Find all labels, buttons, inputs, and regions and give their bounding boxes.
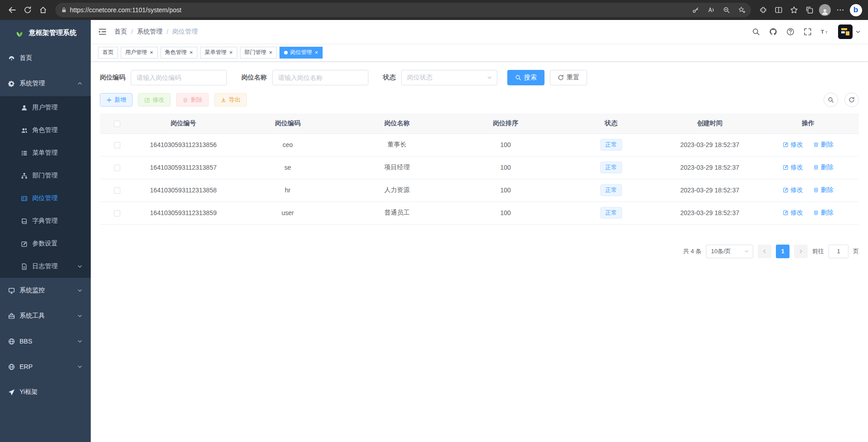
select-all-checkbox[interactable] (114, 121, 120, 127)
row-delete-button[interactable]: 删除 (813, 141, 834, 149)
sidebar-item-bbs[interactable]: BBS (0, 329, 91, 354)
row-checkbox[interactable] (114, 165, 120, 171)
delete-button[interactable]: 删除 (176, 93, 209, 107)
row-edit-button[interactable]: 修改 (783, 209, 803, 217)
sidebar-item-erp[interactable]: ERP (0, 354, 91, 379)
row-checkbox[interactable] (114, 142, 120, 148)
tab-departments[interactable]: 部门管理× (240, 47, 277, 59)
zoom-out-icon[interactable] (720, 4, 733, 16)
font-size-icon[interactable]: TT (816, 20, 834, 44)
row-delete-button[interactable]: 删除 (813, 163, 834, 172)
sidebar-item-logs[interactable]: 日志管理 (0, 255, 91, 278)
github-icon[interactable] (765, 20, 782, 44)
sidebar-item-departments[interactable]: 部门管理 (0, 164, 91, 187)
prev-page-button[interactable] (758, 245, 771, 258)
refresh-icon[interactable] (20, 2, 35, 18)
reset-icon (558, 74, 564, 81)
tab-menus[interactable]: 菜单管理× (200, 47, 237, 59)
close-icon[interactable]: × (269, 49, 273, 55)
user-avatar (838, 25, 853, 39)
address-bar[interactable]: https://ccnetcore.com:1101/system/post (55, 3, 751, 17)
read-aloud-icon[interactable] (705, 4, 717, 16)
close-icon[interactable]: × (229, 49, 233, 55)
paper-plane-icon (8, 389, 15, 396)
sidebar-toggle-icon[interactable] (91, 20, 114, 44)
page-unit-label: 页 (853, 247, 859, 255)
reset-button[interactable]: 重置 (550, 70, 587, 85)
back-icon[interactable] (5, 2, 20, 18)
tab-label: 首页 (103, 49, 113, 56)
search-button[interactable]: 搜索 (507, 70, 544, 85)
extensions-icon[interactable] (755, 2, 771, 18)
sidebar-item-tools[interactable]: 系统工具 (0, 303, 91, 329)
row-checkbox[interactable] (114, 210, 120, 216)
toggle-search-icon[interactable] (824, 93, 838, 107)
more-menu-icon[interactable] (833, 2, 848, 18)
sidebar-item-parameters[interactable]: 参数设置 (0, 232, 91, 255)
add-button[interactable]: 新增 (100, 93, 132, 107)
refresh-table-icon[interactable] (844, 93, 859, 107)
tab-posts[interactable]: 岗位管理× (280, 47, 323, 59)
app-logo[interactable]: 意框架管理系统 (0, 20, 91, 45)
split-screen-icon[interactable] (771, 2, 786, 18)
close-icon[interactable]: × (150, 49, 153, 55)
close-icon[interactable]: × (314, 49, 318, 55)
post-name-input[interactable] (272, 70, 368, 85)
help-icon[interactable] (782, 20, 799, 44)
id-badge-icon (21, 195, 28, 202)
page-number-1[interactable]: 1 (776, 245, 790, 258)
breadcrumb-home[interactable]: 首页 (114, 28, 127, 36)
post-code-cell: hr (233, 179, 343, 201)
sidebar-item-roles[interactable]: 角色管理 (0, 119, 91, 142)
column-header: 状态 (560, 113, 662, 133)
row-delete-button[interactable]: 删除 (813, 209, 834, 217)
favorites-add-icon[interactable] (736, 4, 748, 16)
row-edit-button[interactable]: 修改 (783, 141, 803, 149)
post-code-input[interactable] (131, 70, 227, 85)
user-icon (21, 104, 28, 111)
fullscreen-icon[interactable] (799, 20, 816, 44)
edit-button[interactable]: 修改 (138, 93, 171, 107)
row-edit-button[interactable]: 修改 (783, 163, 803, 172)
url-text[interactable]: https://ccnetcore.com:1101/system/post (70, 6, 687, 14)
trash-icon (813, 142, 819, 147)
search-icon[interactable] (747, 20, 765, 44)
favorites-icon[interactable] (786, 2, 802, 18)
post-code-cell: user (233, 201, 343, 224)
collections-icon[interactable] (802, 2, 817, 18)
sidebar: 意框架管理系统 首页 系统管理 用户管理 角色管理 (0, 20, 91, 442)
row-edit-button[interactable]: 修改 (783, 186, 803, 194)
close-icon[interactable]: × (190, 49, 193, 55)
sidebar-item-home[interactable]: 首页 (0, 45, 91, 71)
chevron-down-icon (77, 313, 83, 319)
sidebar-item-system[interactable]: 系统管理 (0, 71, 91, 96)
page-size-select[interactable]: 10条/页 (706, 245, 753, 258)
gear-icon (8, 80, 15, 87)
sidebar-item-framework[interactable]: Yi框架 (0, 379, 91, 405)
sidebar-item-dictionary[interactable]: 字典管理 (0, 210, 91, 232)
tab-users[interactable]: 用户管理× (121, 47, 158, 59)
row-delete-button[interactable]: 删除 (813, 186, 834, 194)
goto-page-input[interactable] (829, 245, 848, 258)
export-button[interactable]: 导出 (214, 93, 247, 107)
sidebar-item-menus[interactable]: 菜单管理 (0, 142, 91, 164)
next-page-button[interactable] (794, 245, 808, 258)
status-select[interactable]: 岗位状态 (401, 70, 497, 85)
post-code-cell: ceo (233, 133, 343, 156)
bing-sidebar-icon[interactable]: b (848, 2, 863, 18)
sidebar-item-monitor[interactable]: 系统监控 (0, 278, 91, 303)
browser-profile-avatar[interactable] (817, 2, 833, 18)
sidebar-item-posts[interactable]: 岗位管理 (0, 187, 91, 210)
password-key-icon[interactable] (689, 4, 702, 16)
breadcrumb: 首页 / 系统管理 / 岗位管理 (114, 28, 198, 36)
status-label: 状态 (383, 74, 396, 82)
row-checkbox[interactable] (114, 187, 120, 194)
tab-roles[interactable]: 角色管理× (161, 47, 198, 59)
book-icon (21, 218, 28, 225)
sidebar-item-users[interactable]: 用户管理 (0, 96, 91, 119)
site-info-lock-icon[interactable] (61, 7, 67, 13)
user-menu[interactable] (838, 25, 861, 39)
home-icon[interactable] (35, 2, 51, 18)
breadcrumb-section[interactable]: 系统管理 (137, 28, 162, 36)
tab-home[interactable]: 首页 (98, 47, 118, 59)
